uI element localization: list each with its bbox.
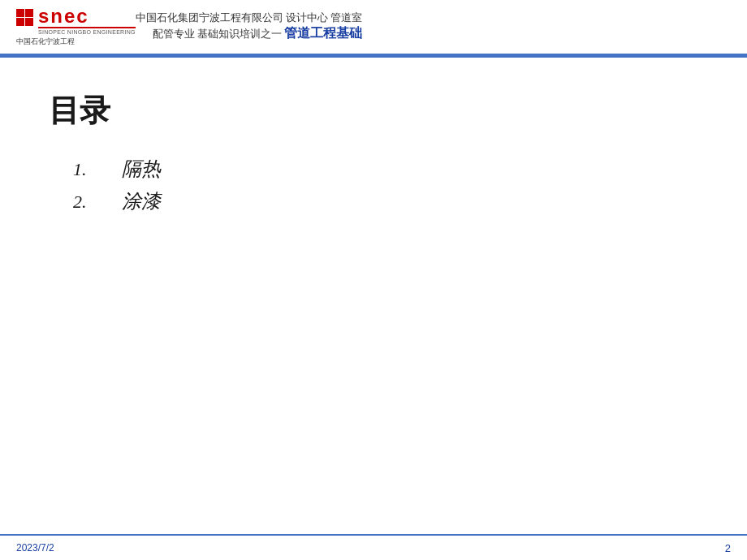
toc-item-2: 2. 涂漆 bbox=[73, 188, 698, 214]
logo-snec-text: snec bbox=[38, 6, 136, 26]
company-line1: 中国石化集团宁波工程有限公司 设计中心 管道室 bbox=[136, 11, 363, 25]
footer: 2023/7/2 2 bbox=[0, 534, 747, 560]
company-line2-bold: 管道工程基础 bbox=[284, 26, 362, 40]
toc-list: 1. 隔热 2. 涂漆 bbox=[73, 156, 698, 214]
slide: snec SINOPEC NINGBO ENGINEERING 中国石化宁波工程… bbox=[0, 0, 747, 560]
main-content: 目录 1. 隔热 2. 涂漆 bbox=[0, 58, 747, 535]
toc-label-2: 涂漆 bbox=[122, 188, 161, 214]
company-line2-prefix: 配管专业 基础知识培训之一 bbox=[153, 28, 285, 40]
header-right: 中国石化集团宁波工程有限公司 设计中心 管道室 配管专业 基础知识培训之一 管道… bbox=[136, 11, 363, 42]
toc-number-1: 1. bbox=[73, 159, 122, 180]
toc-label-1: 隔热 bbox=[122, 156, 161, 182]
header: snec SINOPEC NINGBO ENGINEERING 中国石化宁波工程… bbox=[0, 0, 747, 55]
footer-page: 2 bbox=[725, 542, 731, 554]
toc-item-1: 1. 隔热 bbox=[73, 156, 698, 182]
logo-area: snec SINOPEC NINGBO ENGINEERING 中国石化宁波工程 bbox=[16, 6, 136, 47]
company-line2: 配管专业 基础知识培训之一 管道工程基础 bbox=[136, 25, 363, 42]
logo-subtitle: SINOPEC NINGBO ENGINEERING bbox=[38, 29, 136, 35]
footer-date: 2023/7/2 bbox=[16, 542, 54, 554]
toc-number-2: 2. bbox=[73, 192, 122, 213]
logo-cn-text: 中国石化宁波工程 bbox=[16, 37, 75, 47]
page-title: 目录 bbox=[49, 90, 698, 131]
